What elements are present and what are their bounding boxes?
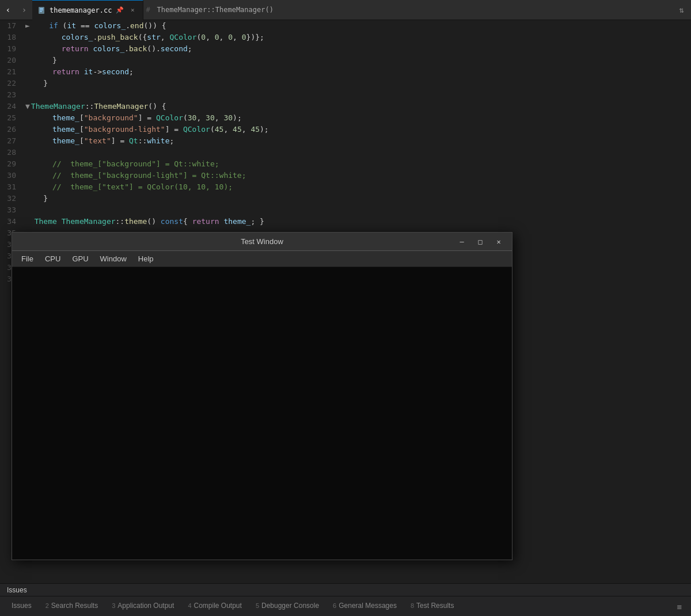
line-number: 33 (5, 204, 16, 216)
code-line: theme_["background"] = QColor(30, 30, 30… (25, 112, 691, 124)
code-line: theme_["text"] = Qt::white; (25, 135, 691, 147)
tab-next-button[interactable]: › (16, 0, 32, 20)
editor-area: 1718192021222324252627282930313233343536… (0, 20, 691, 583)
code-line: // theme_["background"] = Qt::white; (25, 158, 691, 170)
file-icon (38, 6, 46, 14)
line-number: 27 (5, 135, 16, 147)
line-number: 19 (5, 43, 16, 55)
bottom-tab-label: Compile Output (194, 602, 242, 610)
tab-right-controls: ⇅ (677, 3, 691, 17)
code-line: ▼ThemeManager::ThemeManager() { (25, 101, 691, 112)
menu-item-help[interactable]: Help (134, 253, 158, 264)
line-number: 22 (5, 78, 16, 89)
bottom-tab-label: Search Results (51, 602, 98, 610)
test-window: Test Window — □ ✕ FileCPUGPUWindowHelp (12, 232, 512, 560)
tab-thememanager[interactable]: thememanager.cc 📌 × (32, 0, 143, 20)
code-line (25, 89, 691, 101)
line-number: 24 (5, 101, 16, 112)
line-number: 18 (5, 32, 16, 43)
test-window-body (12, 267, 512, 560)
menu-item-window[interactable]: Window (96, 253, 131, 264)
code-line: return colors_.back().second; (25, 43, 691, 55)
code-line: colors_.push_back({str, QColor(0, 0, 0, … (25, 32, 691, 43)
line-number: 29 (5, 158, 16, 170)
bottom-tab-number: 8 (411, 602, 414, 609)
bottom-tab-label: General Messages (339, 602, 397, 610)
bottom-tab-test-results[interactable]: 8Test Results (404, 596, 461, 616)
line-number: 26 (5, 124, 16, 135)
bottom-tab-label: Test Results (416, 602, 454, 610)
test-window-minimize[interactable]: — (453, 234, 470, 250)
line-number: 30 (5, 170, 16, 181)
tab-bar: ‹ › thememanager.cc 📌 × # ThemeManager::… (0, 0, 691, 20)
code-line (25, 147, 691, 158)
tab-function-path: ThemeManager::ThemeManager() (153, 6, 274, 14)
tab-filename: thememanager.cc (50, 6, 112, 14)
tab-settings-button[interactable]: ⇅ (677, 3, 686, 17)
menu-item-cpu[interactable]: CPU (40, 253, 65, 264)
bottom-tab-debugger-console[interactable]: 5Debugger Console (249, 596, 326, 616)
bottom-tab-label: Debugger Console (261, 602, 319, 610)
line-number: 32 (5, 193, 16, 204)
code-line: } (25, 78, 691, 89)
line-number: 20 (5, 55, 16, 66)
tab-prev-button[interactable]: ‹ (0, 0, 16, 20)
code-line: Theme ThemeManager::theme() const{ retur… (25, 216, 691, 227)
bottom-tab-label: Application Output (117, 602, 174, 610)
test-window-maximize[interactable]: □ (472, 234, 489, 250)
test-window-menubar: FileCPUGPUWindowHelp (12, 251, 512, 267)
bottom-tab-issues[interactable]: Issues (5, 596, 39, 616)
bottom-tab-number: 4 (188, 602, 191, 609)
issues-bar: Issues (0, 583, 691, 596)
code-line: ► if (it == colors_.end()) { (25, 20, 691, 32)
bottom-tab-search-results[interactable]: 2Search Results (39, 596, 105, 616)
test-window-close[interactable]: ✕ (490, 234, 507, 250)
svg-rect-3 (40, 11, 42, 12)
fold-arrow-closed[interactable]: ► (25, 21, 30, 30)
bottom-tab-application-output[interactable]: 3Application Output (105, 596, 181, 616)
code-line (25, 204, 691, 216)
bottom-tab-compile-output[interactable]: 4Compile Output (181, 596, 249, 616)
bottom-tab-general-messages[interactable]: 6General Messages (326, 596, 404, 616)
fold-arrow-open[interactable]: ▼ (25, 102, 30, 111)
code-line: } (25, 55, 691, 66)
tab-separator: # (143, 6, 152, 14)
bottom-tab-label: Issues (12, 602, 32, 610)
svg-rect-2 (40, 9, 43, 10)
line-number: 34 (5, 216, 16, 227)
more-tabs-button[interactable]: ≡ (673, 600, 686, 614)
tab-pin-icon[interactable]: 📌 (115, 6, 124, 15)
line-number: 23 (5, 89, 16, 101)
bottom-tab-number: 2 (45, 602, 49, 609)
bottom-tab-number: 3 (112, 602, 115, 609)
issues-text: Issues (7, 586, 27, 594)
code-line: return it->second; (25, 66, 691, 78)
test-window-titlebar: Test Window — □ ✕ (12, 233, 512, 251)
bottom-tabs: Issues2Search Results3Application Output… (0, 596, 691, 616)
svg-rect-1 (40, 8, 43, 9)
line-number: 28 (5, 147, 16, 158)
test-window-title: Test Window (241, 237, 283, 246)
code-line: theme_["background-light"] = QColor(45, … (25, 124, 691, 135)
test-window-overlay: Test Window — □ ✕ FileCPUGPUWindowHelp (12, 232, 512, 560)
menu-item-file[interactable]: File (17, 253, 38, 264)
line-number: 21 (5, 66, 16, 78)
menu-item-gpu[interactable]: GPU (67, 253, 93, 264)
bottom-tabs-right: ≡ (673, 600, 686, 614)
code-line: // theme_["background-light"] = Qt::whit… (25, 170, 691, 181)
test-window-controls: — □ ✕ (453, 234, 507, 250)
line-number: 31 (5, 181, 16, 193)
line-number: 25 (5, 112, 16, 124)
code-line: // theme_["text"] = QColor(10, 10, 10); (25, 181, 691, 193)
code-line: } (25, 193, 691, 204)
line-number: 17 (5, 20, 16, 32)
bottom-tab-number: 5 (256, 602, 259, 609)
bottom-tab-number: 6 (333, 602, 336, 609)
tab-close-button[interactable]: × (128, 6, 137, 15)
